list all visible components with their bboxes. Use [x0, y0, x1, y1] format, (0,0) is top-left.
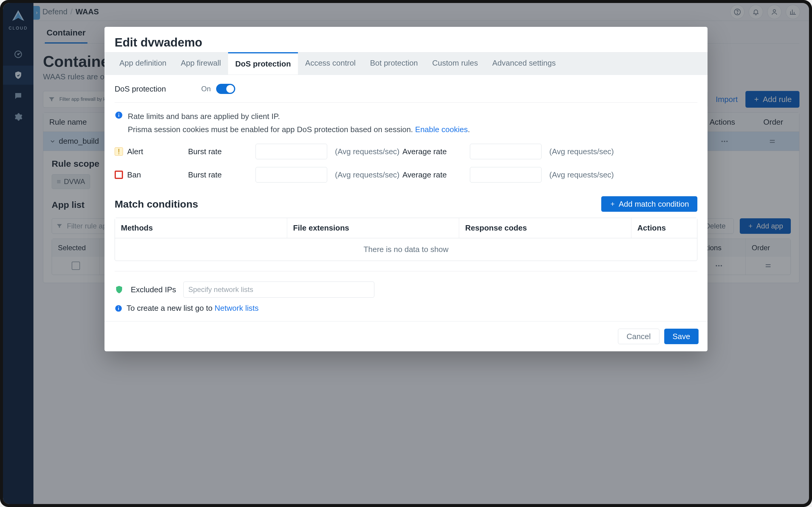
tab-custom-rules[interactable]: Custom rules — [425, 53, 485, 74]
excluded-ips-input[interactable]: Specify network lists — [183, 282, 374, 298]
ban-average-input[interactable] — [470, 167, 542, 182]
info-icon — [115, 111, 123, 119]
svg-rect-22 — [118, 306, 119, 307]
svg-rect-21 — [118, 308, 119, 310]
tab-advanced[interactable]: Advanced settings — [485, 53, 563, 74]
modal-title: Edit dvwademo — [104, 27, 708, 52]
cancel-button[interactable]: Cancel — [618, 329, 659, 344]
conditions-empty: There is no data to show — [115, 238, 697, 261]
dos-toggle[interactable] — [216, 84, 235, 94]
edit-app-modal: Edit dvwademo App definition App firewal… — [104, 27, 708, 351]
tab-dos-protection[interactable]: DoS protection — [228, 52, 298, 74]
tab-app-firewall[interactable]: App firewall — [174, 53, 228, 74]
add-match-condition-button[interactable]: Add match condition — [601, 196, 697, 212]
svg-rect-19 — [118, 113, 119, 114]
plus-icon — [610, 201, 616, 207]
enable-cookies-link[interactable]: Enable cookies — [415, 125, 468, 134]
dos-toggle-state: On — [201, 85, 211, 93]
tab-bot-protection[interactable]: Bot protection — [363, 53, 425, 74]
match-conditions-title: Match conditions — [115, 198, 198, 210]
ban-icon — [115, 171, 123, 179]
tab-app-definition[interactable]: App definition — [112, 53, 174, 74]
svg-rect-18 — [118, 115, 119, 117]
warning-icon: ! — [115, 147, 123, 156]
save-button[interactable]: Save — [664, 329, 699, 344]
dos-section-label: DoS protection — [115, 84, 192, 94]
info-icon — [115, 304, 122, 312]
shield-green-icon — [115, 285, 123, 294]
alert-burst-input[interactable] — [256, 144, 327, 159]
modal-overlay: Edit dvwademo App definition App firewal… — [3, 3, 809, 504]
dos-info-line1: Rate limits and bans are applied by clie… — [128, 110, 470, 123]
ban-burst-input[interactable] — [256, 167, 327, 182]
modal-tabs: App definition App firewall DoS protecti… — [104, 52, 708, 75]
dos-info-line2: Prisma session cookies must be enabled f… — [128, 125, 415, 134]
network-lists-link[interactable]: Network lists — [215, 303, 258, 313]
conditions-table: Methods File extensions Response codes A… — [115, 218, 697, 261]
excluded-ips-label: Excluded IPs — [131, 285, 176, 294]
alert-average-input[interactable] — [470, 144, 542, 159]
tab-access-control[interactable]: Access control — [298, 53, 363, 74]
